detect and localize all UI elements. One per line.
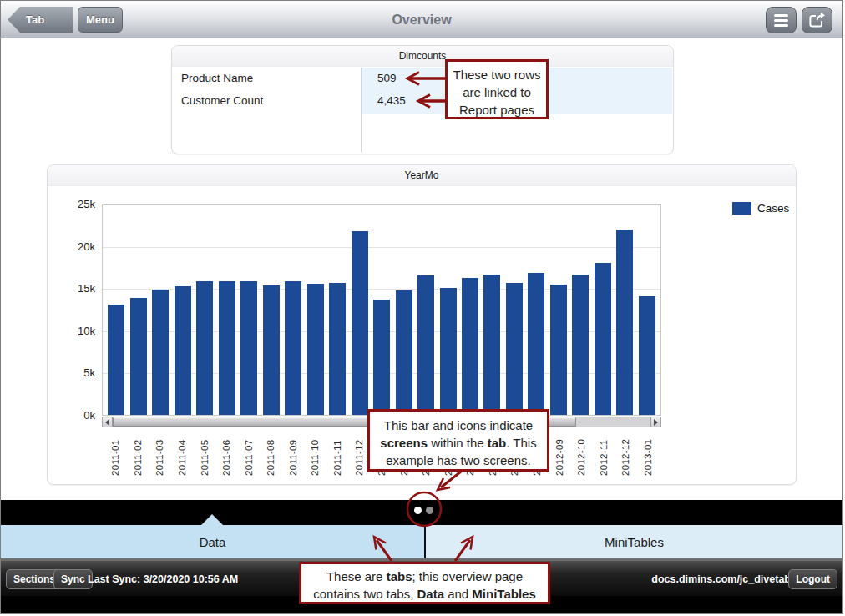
share-button[interactable] <box>802 7 832 33</box>
bar[interactable] <box>459 205 481 415</box>
column-divider <box>361 68 362 152</box>
x-axis-label: 2011-02 <box>127 429 149 476</box>
x-axis-label: 2011-09 <box>282 429 305 476</box>
screen-dot-1[interactable] <box>414 507 422 514</box>
scrollbar-left-arrow[interactable] <box>103 417 113 427</box>
bar[interactable] <box>171 205 193 415</box>
bar[interactable] <box>415 205 437 415</box>
scrollbar-right-arrow[interactable] <box>650 417 660 427</box>
x-axis-label: 2011-04 <box>171 429 194 476</box>
bar[interactable] <box>525 205 547 415</box>
bar[interactable] <box>371 205 392 415</box>
bar[interactable] <box>260 205 281 415</box>
x-axis-label: 2012-11 <box>592 429 615 476</box>
annotation-linked-rows: These two rows are linked to Report page… <box>445 59 549 119</box>
y-axis-tick: 5k <box>52 366 95 379</box>
share-icon <box>808 12 827 28</box>
bar[interactable] <box>592 205 614 415</box>
x-axis-label: 2012-10 <box>570 429 593 476</box>
active-tab-indicator <box>201 514 223 525</box>
dimcounts-panel: Dimcounts Product Name Customer Count 50… <box>171 45 674 154</box>
bar[interactable] <box>348 205 370 415</box>
bar[interactable] <box>392 205 414 415</box>
bar[interactable] <box>304 205 326 415</box>
y-axis-tick: 15k <box>52 282 95 295</box>
dim-row-value-product-name[interactable]: 509 <box>377 72 397 84</box>
legend-swatch <box>732 202 751 215</box>
y-axis-tick: 10k <box>52 325 95 337</box>
hamburger-icon <box>774 14 788 27</box>
logout-button[interactable]: Logout <box>788 569 837 589</box>
bar[interactable] <box>282 205 304 415</box>
annotation-tabs: These are tabs; this overview page conta… <box>299 562 550 604</box>
x-axis-label: 2011-10 <box>304 429 326 476</box>
x-axis-label: 2012-12 <box>615 429 637 476</box>
last-sync-text: Last Sync: 3/20/2020 10:56 AM <box>88 561 238 598</box>
bar[interactable] <box>548 205 569 415</box>
tab-data[interactable]: Data <box>1 525 424 558</box>
app-window: Tab Block Menu Overview Dimcounts Produc… <box>0 0 843 614</box>
dim-row-value-customer-count[interactable]: 4,435 <box>377 94 406 107</box>
x-axis-label: 2011-06 <box>215 429 238 476</box>
legend-label: Cases <box>757 202 789 215</box>
y-axis-tick: 0k <box>52 409 95 422</box>
x-axis-label: 2011-07 <box>237 429 260 476</box>
chart-title: YearMo <box>48 165 796 186</box>
chart-plot-area <box>102 204 661 416</box>
bar[interactable] <box>614 205 635 415</box>
chart-legend: Cases <box>732 202 789 215</box>
bar[interactable] <box>481 205 503 415</box>
x-axis-label: 2012-09 <box>548 429 570 476</box>
bar[interactable] <box>194 205 215 415</box>
bar[interactable] <box>326 205 348 415</box>
bar[interactable] <box>636 205 658 415</box>
bar[interactable] <box>238 205 260 415</box>
page-title: Overview <box>1 1 842 38</box>
x-axis-label: 2011-05 <box>193 429 215 476</box>
tab-bar: Data MiniTables <box>1 525 842 558</box>
tab-divider <box>424 525 426 558</box>
bar[interactable] <box>215 205 237 415</box>
dimcounts-panel-title: Dimcounts <box>172 46 673 67</box>
y-axis-tick: 20k <box>52 240 95 253</box>
sync-button[interactable]: Sync <box>53 569 93 589</box>
annotation-screens: This bar and icons indicate screens with… <box>367 409 549 472</box>
tab-minitables[interactable]: MiniTables <box>426 525 842 558</box>
y-axis-tick: 25k <box>52 198 95 210</box>
screen-dot-2[interactable] <box>426 507 433 514</box>
x-axis-label: 2011-03 <box>149 429 171 476</box>
top-toolbar: Tab Block Menu Overview <box>1 1 842 38</box>
x-axis-label: 2011-01 <box>104 429 127 476</box>
x-axis-label: 2011-08 <box>260 429 282 476</box>
bar[interactable] <box>105 205 127 415</box>
bar[interactable] <box>503 205 525 415</box>
bar[interactable] <box>127 205 149 415</box>
list-menu-button[interactable] <box>766 7 797 33</box>
server-url-text: docs.dimins.com/jc_divetab <box>651 561 791 598</box>
dim-row-label-product-name: Product Name <box>181 72 253 84</box>
x-axis-label: 2011-11 <box>326 429 349 476</box>
bars <box>103 205 660 415</box>
x-axis-label: 2013-01 <box>637 429 660 476</box>
bar[interactable] <box>149 205 171 415</box>
screens-indicator-bar <box>1 500 842 525</box>
bar[interactable] <box>437 205 458 415</box>
bar[interactable] <box>569 205 591 415</box>
dim-row-label-customer-count: Customer Count <box>181 94 263 107</box>
